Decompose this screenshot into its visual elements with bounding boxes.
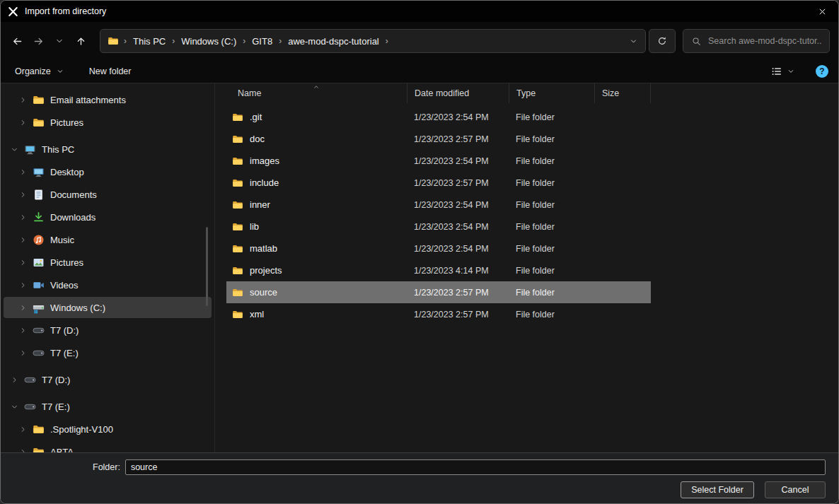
sidebar-item-windows-c[interactable]: Windows (C:) — [4, 297, 212, 318]
sidebar-item-label: T7 (D:) — [50, 325, 79, 336]
refresh-button[interactable] — [649, 29, 676, 53]
sidebar-item-t7-d[interactable]: T7 (D:) — [4, 320, 212, 341]
sidebar-item-documents[interactable]: Documents — [4, 184, 212, 205]
folder-icon — [232, 177, 243, 189]
column-header-type[interactable]: Type — [509, 83, 594, 103]
sidebar-item-pictures[interactable]: Pictures — [4, 252, 212, 273]
recent-locations-button[interactable] — [49, 30, 70, 52]
chevron-right-side-icon[interactable] — [18, 95, 28, 105]
search-icon — [692, 37, 701, 46]
command-bar-right: ? — [771, 65, 828, 78]
app-x-icon — [8, 6, 18, 17]
file-name: matlab — [250, 243, 277, 254]
sidebar-item-desktop[interactable]: Desktop — [4, 161, 212, 182]
forward-arrow-icon — [33, 36, 44, 47]
sidebar-item-email-attachments[interactable]: Email attachments — [4, 89, 212, 110]
sidebar-item-this-pc[interactable]: This PC — [4, 139, 212, 160]
chevron-right-side-icon[interactable] — [18, 424, 28, 434]
sidebar-scrollbar-thumb[interactable] — [206, 227, 208, 306]
forward-button[interactable] — [28, 30, 49, 52]
chevron-right-side-icon[interactable] — [18, 235, 28, 245]
folder-icon — [232, 199, 243, 211]
folder-icon — [33, 423, 45, 435]
file-name-cell: include — [226, 177, 407, 189]
chevron-down-side-icon[interactable] — [9, 402, 19, 411]
close-button[interactable] — [806, 1, 838, 22]
file-row-lib[interactable]: lib1/23/2023 2:54 PMFile folder — [226, 216, 651, 238]
file-date-modified: 1/23/2023 2:54 PM — [407, 222, 509, 232]
downloads-icon — [33, 211, 45, 223]
breadcrumb-item-awe-mod-dspc-tutorial[interactable]: awe-mod-dspc-tutorial — [287, 36, 381, 47]
address-bar[interactable]: ›This PC›Windows (C:)›GIT8›awe-mod-dspc-… — [100, 29, 646, 53]
sidebar-item-t7-e[interactable]: T7 (E:) — [4, 342, 212, 363]
file-row-inner[interactable]: inner1/23/2023 2:54 PMFile folder — [226, 194, 651, 216]
breadcrumb-item-git8[interactable]: GIT8 — [250, 36, 274, 47]
chevron-right-side-icon[interactable] — [18, 447, 28, 452]
chevron-right-side-icon[interactable] — [18, 303, 28, 312]
chevron-right-side-icon[interactable] — [9, 375, 19, 385]
file-name: projects — [250, 265, 282, 276]
breadcrumb-item-windows-c[interactable]: Windows (C:) — [180, 36, 238, 47]
search-box[interactable] — [683, 29, 830, 53]
chevron-right-side-icon[interactable] — [18, 257, 28, 267]
file-name-cell: matlab — [226, 243, 407, 254]
up-button[interactable] — [70, 30, 91, 52]
drive-icon — [33, 347, 45, 359]
help-label: ? — [819, 66, 824, 76]
sidebar-item-label: Email attachments — [50, 95, 126, 105]
import-from-directory-dialog: Import from directory ›This PC›Windows (… — [0, 0, 839, 504]
chevron-down-side-icon[interactable] — [9, 144, 19, 154]
file-type: File folder — [509, 266, 594, 276]
sidebar-item-abta[interactable]: ABTA — [4, 441, 212, 452]
file-row-xml[interactable]: xml1/23/2023 2:57 PMFile folder — [226, 303, 651, 325]
file-row-source[interactable]: source1/23/2023 2:57 PMFile folder — [226, 281, 651, 303]
chevron-right-side-icon[interactable] — [18, 280, 28, 290]
sidebar-item-downloads[interactable]: Downloads — [4, 206, 212, 228]
file-name: inner — [250, 199, 270, 210]
sidebar-item-label: This PC — [42, 144, 74, 155]
column-header-size[interactable]: Size — [594, 83, 651, 103]
file-row-images[interactable]: images1/23/2023 2:54 PMFile folder — [226, 150, 651, 172]
file-row-projects[interactable]: projects1/23/2023 4:14 PMFile folder — [226, 259, 651, 281]
sidebar-item-spotlight-v100[interactable]: .Spotlight-V100 — [4, 418, 212, 440]
back-button[interactable] — [6, 30, 28, 52]
sidebar-item-pictures[interactable]: Pictures — [4, 112, 212, 133]
breadcrumb-chevron-icon: › — [238, 36, 250, 46]
chevron-right-side-icon[interactable] — [18, 348, 28, 358]
chevron-right-side-icon[interactable] — [18, 325, 28, 335]
change-view-button[interactable] — [771, 66, 794, 77]
organize-button[interactable]: Organize — [15, 66, 64, 76]
sidebar-item-t7-e[interactable]: T7 (E:) — [4, 396, 212, 417]
sidebar-item-label: Downloads — [50, 212, 96, 223]
sidebar-item-t7-d[interactable]: T7 (D:) — [4, 369, 212, 390]
chevron-right-side-icon[interactable] — [18, 167, 28, 177]
sidebar-item-music[interactable]: Music — [4, 229, 212, 250]
file-name-cell: inner — [226, 199, 407, 211]
new-folder-button[interactable]: New folder — [89, 66, 132, 76]
column-header-date-modified[interactable]: Date modified — [407, 83, 509, 103]
address-dropdown-button[interactable] — [624, 31, 642, 51]
view-details-icon — [771, 66, 782, 77]
help-button[interactable]: ? — [816, 65, 828, 78]
search-input[interactable] — [707, 35, 823, 47]
file-row-doc[interactable]: doc1/23/2023 2:57 PMFile folder — [226, 128, 651, 150]
chevron-right-side-icon[interactable] — [18, 117, 28, 127]
chevron-right-side-icon[interactable] — [18, 212, 28, 222]
folder-input[interactable] — [125, 459, 826, 475]
breadcrumb-item-this-pc[interactable]: This PC — [132, 36, 167, 47]
sidebar-item-label: Pictures — [50, 257, 83, 268]
file-row-git[interactable]: .git1/23/2023 2:54 PMFile folder — [226, 106, 651, 128]
file-row-matlab[interactable]: matlab1/23/2023 2:54 PMFile folder — [226, 238, 651, 259]
chevron-right-side-icon[interactable] — [18, 189, 28, 199]
videos-icon — [33, 279, 45, 291]
file-row-include[interactable]: include1/23/2023 2:57 PMFile folder — [226, 172, 651, 194]
sidebar-item-label: Windows (C:) — [50, 303, 105, 313]
select-folder-button[interactable]: Select Folder — [681, 481, 754, 498]
windows-drive-icon — [33, 302, 45, 314]
cancel-button[interactable]: Cancel — [765, 481, 826, 498]
sidebar-item-videos[interactable]: Videos — [4, 274, 212, 295]
breadcrumb-chevron-icon: › — [274, 36, 287, 46]
folder-icon — [33, 94, 45, 106]
column-header-name[interactable]: Name — [226, 83, 407, 103]
column-label: Date modified — [415, 88, 469, 98]
